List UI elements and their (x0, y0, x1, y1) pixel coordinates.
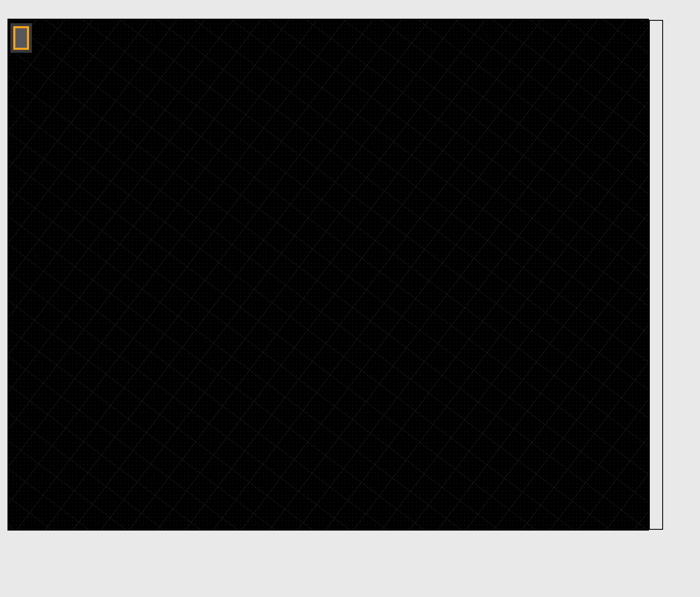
department-grid (8, 20, 648, 530)
warning-legend-box (13, 26, 29, 50)
radar-mosaic-map (7, 19, 649, 531)
map-canvas (8, 20, 648, 530)
dbz-colorbar (649, 20, 663, 530)
footer (0, 531, 700, 597)
